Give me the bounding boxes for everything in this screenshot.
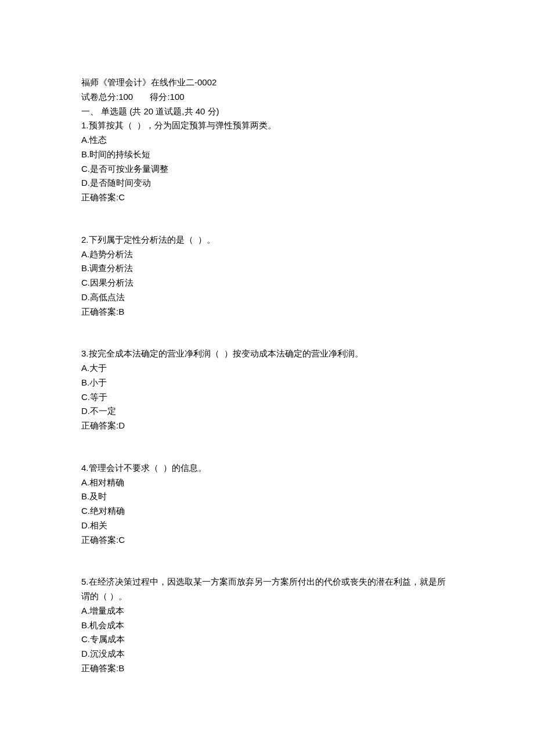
option-a: A.增量成本 xyxy=(81,604,453,618)
question-4: 4.管理会计不要求（ ）的信息。 A.相对精确 B.及时 C.绝对精确 D.相关… xyxy=(81,461,453,548)
option-a: A.相对精确 xyxy=(81,476,453,490)
question-stem: 1.预算按其（ ），分为固定预算与弹性预算两类。 xyxy=(81,118,453,133)
answer-value: D xyxy=(118,420,125,430)
option-d: D.是否随时间变动 xyxy=(81,176,453,190)
question-stem: 2.下列属于定性分析法的是（ ）。 xyxy=(81,233,453,247)
answer-label: 正确答案: xyxy=(81,663,118,673)
option-c: C.是否可按业务量调整 xyxy=(81,162,453,177)
question-stem: 4.管理会计不要求（ ）的信息。 xyxy=(81,461,453,476)
option-c: C.专属成本 xyxy=(81,632,453,647)
answer-line: 正确答案:B xyxy=(81,661,453,676)
answer-line: 正确答案:B xyxy=(81,305,453,319)
answer-label: 正确答案: xyxy=(81,192,118,202)
section-title: 一、 单选题 (共 20 道试题,共 40 分) xyxy=(81,105,453,119)
got-score-label: 得分: xyxy=(150,92,169,102)
question-number: 5. xyxy=(81,577,89,586)
question-text: 管理会计不要求（ ）的信息。 xyxy=(89,463,207,473)
question-5: 5.在经济决策过程中，因选取某一方案而放弃另一方案所付出的代价或丧失的潜在利益，… xyxy=(81,575,453,675)
option-d: D.沉没成本 xyxy=(81,647,453,661)
total-score-label: 试卷总分: xyxy=(81,92,118,102)
question-text: 下列属于定性分析法的是（ ）。 xyxy=(89,235,215,244)
question-3: 3.按完全成本法确定的营业净利润（ ）按变动成本法确定的营业净利润。 A.大于 … xyxy=(81,347,453,433)
answer-label: 正确答案: xyxy=(81,307,118,316)
option-a: A.趋势分析法 xyxy=(81,247,453,262)
question-stem: 5.在经济决策过程中，因选取某一方案而放弃另一方案所付出的代价或丧失的潜在利益，… xyxy=(81,575,453,604)
question-number: 4. xyxy=(81,463,89,473)
question-text: 预算按其（ ），分为固定预算与弹性预算两类。 xyxy=(89,120,276,130)
question-number: 2. xyxy=(81,235,89,244)
question-text: 在经济决策过程中，因选取某一方案而放弃另一方案所付出的代价或丧失的潜在利益，就是… xyxy=(81,577,446,601)
question-1: 1.预算按其（ ），分为固定预算与弹性预算两类。 A.性态 B.时间的持续长短 … xyxy=(81,118,453,205)
question-text: 按完全成本法确定的营业净利润（ ）按变动成本法确定的营业净利润。 xyxy=(89,348,363,358)
option-d: D.相关 xyxy=(81,519,453,533)
option-b: B.时间的持续长短 xyxy=(81,147,453,162)
answer-label: 正确答案: xyxy=(81,420,118,430)
option-b: B.机会成本 xyxy=(81,618,453,633)
answer-line: 正确答案:C xyxy=(81,190,453,205)
option-d: D.高低点法 xyxy=(81,290,453,305)
answer-value: C xyxy=(118,535,125,545)
option-b: B.调查分析法 xyxy=(81,261,453,276)
score-line: 试卷总分:100 得分:100 xyxy=(81,90,453,105)
option-c: C.等于 xyxy=(81,390,453,405)
answer-value: C xyxy=(118,192,125,202)
question-2: 2.下列属于定性分析法的是（ ）。 A.趋势分析法 B.调查分析法 C.因果分析… xyxy=(81,233,453,319)
option-c: C.因果分析法 xyxy=(81,276,453,290)
total-score-value: 100 xyxy=(118,92,133,102)
option-a: A.大于 xyxy=(81,361,453,376)
question-number: 3. xyxy=(81,348,89,358)
exam-title: 福师《管理会计》在线作业二-0002 xyxy=(81,75,453,90)
option-a: A.性态 xyxy=(81,133,453,147)
question-number: 1. xyxy=(81,120,89,130)
answer-label: 正确答案: xyxy=(81,535,118,545)
got-score-value: 100 xyxy=(170,92,185,102)
option-b: B.小于 xyxy=(81,376,453,390)
option-d: D.不一定 xyxy=(81,404,453,419)
answer-value: B xyxy=(118,663,124,673)
question-stem: 3.按完全成本法确定的营业净利润（ ）按变动成本法确定的营业净利润。 xyxy=(81,347,453,361)
answer-line: 正确答案:C xyxy=(81,533,453,548)
option-b: B.及时 xyxy=(81,489,453,504)
answer-value: B xyxy=(118,307,124,316)
option-c: C.绝对精确 xyxy=(81,504,453,519)
answer-line: 正确答案:D xyxy=(81,419,453,433)
document-header: 福师《管理会计》在线作业二-0002 试卷总分:100 得分:100 一、 单选… xyxy=(81,75,453,118)
